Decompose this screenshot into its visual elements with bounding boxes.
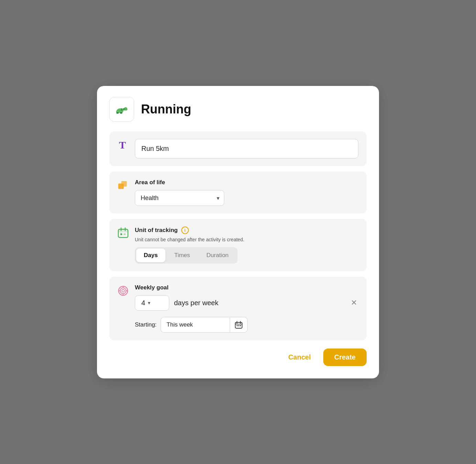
svg-point-12 xyxy=(120,288,126,294)
area-of-life-label: Area of life xyxy=(135,179,358,186)
starting-input-wrapper xyxy=(161,317,248,333)
goal-unit-text: days per week xyxy=(174,299,345,307)
cancel-button[interactable]: Cancel xyxy=(283,350,316,365)
name-section-body xyxy=(135,139,358,158)
chevron-down-icon: ▾ xyxy=(148,300,150,306)
target-icon-svg xyxy=(118,285,129,297)
text-icon: T xyxy=(118,140,129,151)
svg-point-13 xyxy=(122,289,125,292)
weekly-goal-body: Weekly goal 4 ▾ days per week ✕ Starting… xyxy=(135,284,358,333)
modal-footer: Cancel Create xyxy=(109,349,367,366)
modal-header: Running xyxy=(109,97,367,122)
goal-row: 4 ▾ days per week ✕ xyxy=(135,295,358,311)
unit-warning-text: Unit cannot be changed after the activit… xyxy=(135,237,358,242)
area-of-life-icon xyxy=(118,180,129,192)
svg-rect-4 xyxy=(121,181,127,186)
modal-overlay: Running T Area o xyxy=(0,0,476,464)
tab-days[interactable]: Days xyxy=(136,248,165,262)
unit-tracking-body: Unit of tracking i Unit cannot be change… xyxy=(135,227,358,264)
activity-name-input[interactable] xyxy=(135,139,358,158)
goal-icon xyxy=(118,285,129,297)
tab-duration[interactable]: Duration xyxy=(199,248,236,262)
calendar-icon-svg xyxy=(118,227,129,238)
calendar-icon xyxy=(118,227,129,238)
goal-number: 4 xyxy=(141,299,145,307)
weekly-goal-section: Weekly goal 4 ▾ days per week ✕ Starting… xyxy=(109,277,367,340)
create-button[interactable]: Create xyxy=(323,349,367,366)
name-section: T xyxy=(109,131,367,166)
area-of-life-body: Area of life Health Work Personal Fitnes… xyxy=(135,179,358,206)
svg-rect-9 xyxy=(120,233,122,235)
calendar-button-icon xyxy=(235,321,242,329)
svg-point-0 xyxy=(116,112,119,113)
svg-rect-6 xyxy=(118,229,128,232)
unit-tracking-label: Unit of tracking xyxy=(135,227,178,234)
unit-tabs: Days Times Duration xyxy=(135,247,238,264)
svg-rect-22 xyxy=(237,325,238,326)
svg-rect-23 xyxy=(238,325,239,326)
running-shoe-icon xyxy=(115,102,129,117)
text-format-icon: T xyxy=(118,140,128,151)
unit-header-row: Unit of tracking i xyxy=(135,227,358,234)
modal-title: Running xyxy=(141,102,191,117)
starting-label: Starting: xyxy=(135,321,156,328)
goal-close-button[interactable]: ✕ xyxy=(349,298,358,308)
modal-container: Running T Area o xyxy=(97,86,379,378)
weekly-goal-label: Weekly goal xyxy=(135,284,358,291)
calendar-picker-button[interactable] xyxy=(230,318,247,332)
area-of-life-section: Area of life Health Work Personal Fitnes… xyxy=(109,172,367,213)
info-icon[interactable]: i xyxy=(181,227,189,234)
unit-tracking-section: Unit of tracking i Unit cannot be change… xyxy=(109,219,367,271)
svg-point-1 xyxy=(120,112,122,113)
svg-rect-10 xyxy=(124,233,126,235)
area-of-life-select[interactable]: Health Work Personal Fitness Learning xyxy=(135,190,224,206)
starting-date-input[interactable] xyxy=(161,317,230,332)
activity-icon-box xyxy=(109,97,134,122)
tab-times[interactable]: Times xyxy=(167,248,198,262)
starting-row: Starting: xyxy=(135,317,358,333)
goal-value-select[interactable]: 4 ▾ xyxy=(135,295,169,311)
area-icon xyxy=(118,180,129,192)
svg-rect-24 xyxy=(240,325,241,326)
area-select-wrapper: Health Work Personal Fitness Learning ▾ xyxy=(135,190,224,206)
svg-text:T: T xyxy=(119,140,126,151)
